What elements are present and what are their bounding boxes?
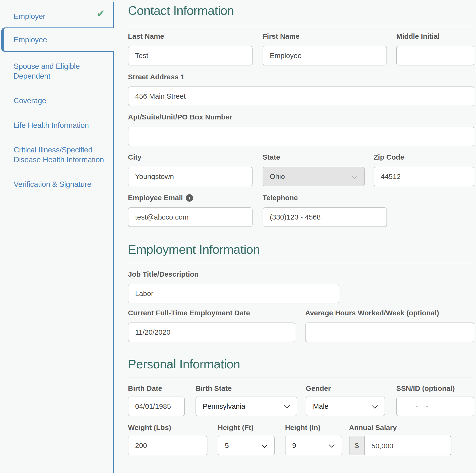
- weight-input[interactable]: [128, 436, 207, 455]
- field-city: City: [128, 153, 253, 186]
- last-name-input[interactable]: [128, 46, 253, 65]
- weight-label: Weight (Lbs): [128, 423, 207, 432]
- section-divider: [128, 470, 474, 470]
- sidebar-border-bottom-segment: [113, 52, 114, 473]
- check-icon: ✔: [97, 9, 105, 19]
- birth-state-label: Birth State: [196, 384, 297, 393]
- field-height-in: Height (In) 9: [285, 423, 342, 455]
- apt-suite-label: Apt/Suite/Unit/PO Box Number: [128, 113, 474, 121]
- sidebar-item-employer[interactable]: Employer: [14, 11, 95, 21]
- telephone-label: Telephone: [263, 194, 387, 202]
- birth-date-input[interactable]: [128, 397, 185, 416]
- job-title-input[interactable]: [128, 284, 339, 303]
- field-first-name: First Name: [263, 32, 387, 65]
- employment-date-label: Current Full-Time Employment Date: [128, 309, 295, 317]
- sidebar-item-critical-illness[interactable]: Critical Illness/Specified Disease Healt…: [14, 145, 110, 164]
- first-name-input[interactable]: [263, 46, 387, 65]
- height-in-select-value: 9: [292, 441, 296, 450]
- field-apt-suite: Apt/Suite/Unit/PO Box Number: [128, 113, 474, 146]
- chevron-down-icon: [351, 173, 357, 179]
- job-title-label: Job Title/Description: [128, 270, 339, 278]
- dollar-prefix: $: [349, 436, 365, 455]
- city-label: City: [128, 153, 253, 162]
- height-in-select[interactable]: 9: [285, 436, 342, 455]
- sidebar-nav: Employer ✔ Employee Spouse and Eligible …: [0, 0, 114, 473]
- field-telephone: Telephone: [263, 194, 387, 227]
- apt-row: Apt/Suite/Unit/PO Box Number: [128, 113, 474, 146]
- middle-initial-label: Middle Initial: [396, 32, 474, 41]
- sidebar-item-employee-label: Employee: [14, 35, 47, 44]
- birth-date-label: Birth Date: [128, 384, 185, 393]
- sidebar-item-employee[interactable]: Employee: [1, 27, 114, 52]
- employment-date-row: Current Full-Time Employment Date Averag…: [128, 309, 474, 342]
- info-icon[interactable]: i: [186, 194, 193, 202]
- annual-salary-input[interactable]: [365, 436, 451, 455]
- field-state: State Ohio: [263, 153, 365, 186]
- sidebar-item-employer-label: Employer: [14, 12, 45, 20]
- employment-date-input[interactable]: [128, 323, 295, 342]
- average-hours-label: Average Hours Worked/Week (optional): [305, 309, 474, 317]
- birth-state-select[interactable]: Pennsylvania: [196, 397, 297, 416]
- chevron-down-icon: [261, 442, 267, 448]
- ssn-label: SSN/ID (optional): [396, 384, 474, 393]
- employee-email-label-text: Employee Email: [128, 194, 183, 202]
- chevron-down-icon: [329, 442, 335, 448]
- city-input[interactable]: [128, 167, 253, 186]
- field-employment-date: Current Full-Time Employment Date: [128, 309, 295, 342]
- gender-select-value: Male: [313, 402, 328, 410]
- zip-code-label: Zip Code: [374, 153, 474, 162]
- ssn-input[interactable]: [396, 397, 474, 416]
- height-ft-select-value: 5: [225, 441, 229, 450]
- field-annual-salary: Annual Salary $: [349, 423, 451, 455]
- sidebar-item-list: Spouse and Eligible Dependent Coverage L…: [14, 61, 110, 204]
- last-name-label: Last Name: [128, 32, 253, 41]
- field-last-name: Last Name: [128, 32, 253, 65]
- sidebar-border-top-segment: [113, 2, 114, 27]
- sidebar-item-life-health[interactable]: Life Health Information: [14, 120, 110, 130]
- field-job-title: Job Title/Description: [128, 270, 339, 303]
- street-row: Street Address 1: [128, 73, 474, 106]
- name-row: Last Name First Name Middle Initial: [128, 32, 474, 65]
- middle-initial-input[interactable]: [396, 46, 474, 65]
- section-divider: [128, 263, 474, 263]
- section-divider: [128, 26, 474, 26]
- annual-salary-label: Annual Salary: [349, 423, 451, 432]
- field-street-address: Street Address 1: [128, 73, 474, 106]
- height-in-label: Height (In): [285, 423, 342, 432]
- birth-state-select-value: Pennsylvania: [203, 402, 245, 410]
- field-gender: Gender Male: [306, 384, 385, 416]
- telephone-input[interactable]: [263, 207, 387, 227]
- employee-email-input[interactable]: [128, 207, 253, 227]
- field-middle-initial: Middle Initial: [396, 32, 474, 65]
- section-title-personal: Personal Information: [128, 357, 474, 371]
- zip-code-input[interactable]: [374, 167, 474, 186]
- section-divider: [128, 377, 474, 378]
- field-height-ft: Height (Ft) 5: [218, 423, 275, 455]
- field-birth-state: Birth State Pennsylvania: [196, 384, 297, 416]
- chevron-down-icon: [372, 403, 378, 409]
- enrollment-form-page: Employer ✔ Employee Spouse and Eligible …: [0, 0, 476, 473]
- weight-height-salary-row: Weight (Lbs) Height (Ft) 5 Height (In) 9…: [128, 423, 474, 455]
- sidebar-item-spouse-dependent[interactable]: Spouse and Eligible Dependent: [14, 61, 110, 81]
- apt-suite-input[interactable]: [128, 127, 474, 146]
- city-state-zip-row: City State Ohio Zip Code: [128, 153, 474, 186]
- field-birth-date: Birth Date: [128, 384, 185, 416]
- street-address-input[interactable]: [128, 87, 474, 106]
- sidebar-item-coverage[interactable]: Coverage: [14, 96, 110, 106]
- birth-row: Birth Date Birth State Pennsylvania Gend…: [128, 384, 474, 416]
- height-ft-select[interactable]: 5: [218, 436, 275, 455]
- form-content: Contact Information Last Name First Name…: [114, 0, 476, 473]
- field-average-hours: Average Hours Worked/Week (optional): [305, 309, 474, 342]
- average-hours-input[interactable]: [305, 323, 474, 342]
- state-label: State: [263, 153, 365, 162]
- sidebar-item-verification-signature[interactable]: Verification & Signature: [14, 179, 110, 189]
- employee-email-label: Employee Email i: [128, 194, 253, 202]
- chevron-down-icon: [284, 403, 290, 409]
- section-title-employment: Employment Information: [128, 243, 474, 256]
- email-phone-row: Employee Email i Telephone: [128, 194, 474, 227]
- gender-select[interactable]: Male: [306, 397, 385, 416]
- annual-salary-control: $: [349, 436, 451, 455]
- field-weight: Weight (Lbs): [128, 423, 207, 455]
- field-ssn: SSN/ID (optional): [396, 384, 474, 416]
- state-select-value: Ohio: [270, 172, 285, 181]
